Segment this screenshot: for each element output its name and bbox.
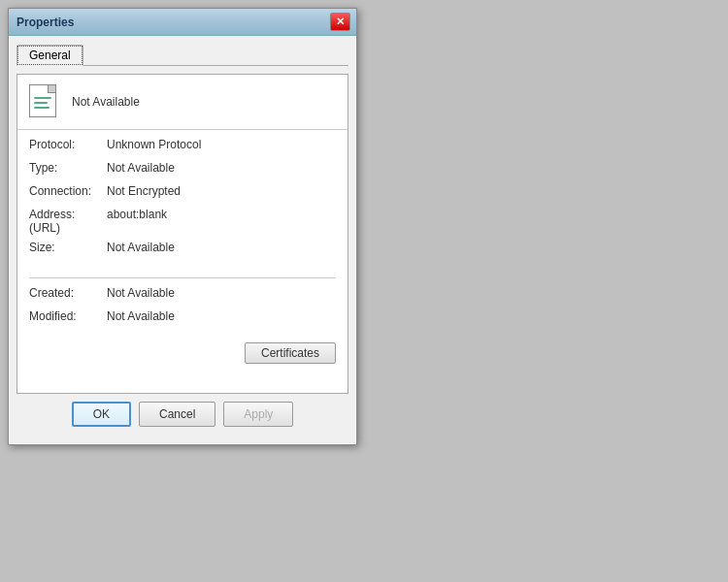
title-bar: Properties ✕: [9, 9, 356, 36]
icon-line-2: [34, 102, 48, 104]
modified-label: Modified:: [29, 309, 107, 327]
icon-title-label: Not Available: [72, 95, 140, 109]
created-value: Not Available: [107, 286, 175, 304]
type-row: Type: Not Available: [29, 161, 336, 178]
size-row: Size: Not Available: [29, 241, 336, 258]
close-button[interactable]: ✕: [330, 13, 350, 31]
address-label-line2: (URL): [29, 221, 107, 235]
document-icon: [29, 84, 60, 119]
certificates-row: Certificates: [17, 339, 347, 372]
cancel-button[interactable]: Cancel: [139, 402, 215, 427]
icon-body: [29, 84, 56, 117]
icon-row: Not Available: [17, 75, 347, 130]
properties-dialog: Properties ✕ General: [8, 8, 357, 445]
tab-strip: General: [17, 44, 348, 66]
dialog-footer: OK Cancel Apply: [17, 394, 348, 436]
size-value: Not Available: [107, 241, 175, 258]
modified-row: Modified: Not Available: [29, 309, 336, 327]
address-value: about:blank: [107, 208, 167, 221]
address-label-group: Address: (URL): [29, 208, 107, 235]
icon-lines: [34, 97, 51, 112]
protocol-label: Protocol:: [29, 138, 107, 155]
section-divider-1: [29, 277, 336, 278]
type-value: Not Available: [107, 161, 175, 178]
size-label: Size:: [29, 241, 107, 258]
address-label-line1: Address:: [29, 208, 107, 221]
connection-value: Not Encrypted: [107, 184, 181, 202]
title-bar-controls: ✕: [330, 13, 350, 31]
info-section: Protocol: Unknown Protocol Type: Not Ava…: [17, 138, 347, 270]
created-row: Created: Not Available: [29, 286, 336, 304]
connection-label: Connection:: [29, 184, 107, 202]
type-label: Type:: [29, 161, 107, 178]
protocol-value: Unknown Protocol: [107, 138, 201, 155]
created-label: Created:: [29, 286, 107, 304]
apply-button[interactable]: Apply: [223, 402, 293, 427]
connection-row: Connection: Not Encrypted: [29, 184, 336, 202]
icon-line-1: [34, 97, 51, 99]
tab-general[interactable]: General: [17, 45, 83, 66]
icon-fold: [48, 85, 55, 93]
icon-line-3: [34, 107, 50, 109]
address-row: Address: (URL) about:blank: [29, 208, 336, 235]
window-title: Properties: [17, 16, 74, 29]
protocol-row: Protocol: Unknown Protocol: [29, 138, 336, 155]
dialog-body: General Not Available: [9, 36, 356, 444]
content-panel: Not Available Protocol: Unknown Protocol…: [17, 74, 348, 394]
info-section-2: Created: Not Available Modified: Not Ava…: [17, 286, 347, 339]
certificates-button[interactable]: Certificates: [245, 342, 336, 364]
modified-value: Not Available: [107, 309, 175, 327]
ok-button[interactable]: OK: [72, 402, 131, 427]
